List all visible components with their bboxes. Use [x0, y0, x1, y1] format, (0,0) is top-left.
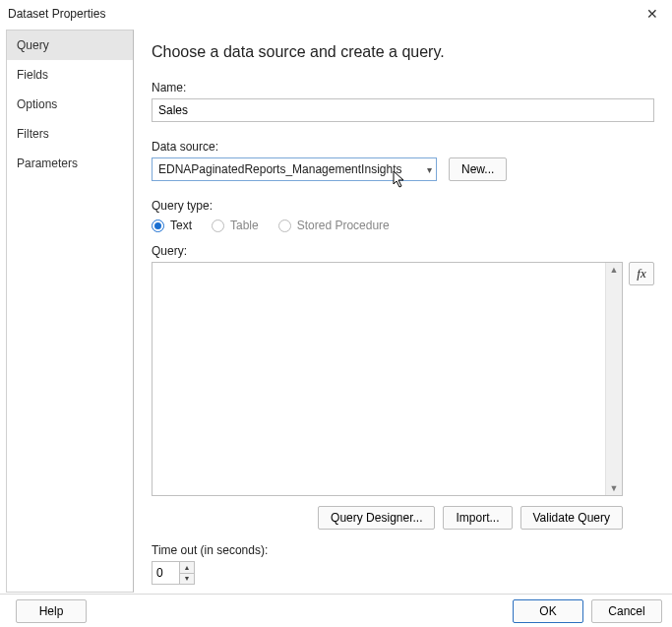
sidebar-item-parameters[interactable]: Parameters: [7, 149, 133, 178]
scroll-up-icon: ▲: [610, 263, 619, 277]
sidebar-item-query[interactable]: Query: [7, 31, 133, 60]
radio-icon: [278, 219, 291, 232]
help-button[interactable]: Help: [16, 599, 87, 623]
radio-label: Stored Procedure: [297, 219, 390, 232]
sidebar-item-label: Query: [17, 38, 49, 52]
datasource-label: Data source:: [152, 140, 654, 154]
querytype-radio-group: Text Table Stored Procedure: [152, 219, 654, 232]
timeout-stepper[interactable]: ▲ ▼: [152, 561, 195, 585]
sidebar-item-label: Options: [17, 97, 57, 111]
dialog-footer: Help OK Cancel: [0, 594, 672, 627]
query-textarea[interactable]: ▲ ▼: [152, 262, 623, 496]
window-title: Dataset Properties: [8, 7, 105, 21]
sidebar-item-label: Filters: [17, 127, 49, 141]
scrollbar[interactable]: ▲ ▼: [605, 263, 622, 495]
spinner-down-icon[interactable]: ▼: [180, 574, 194, 585]
page-heading: Choose a data source and create a query.: [152, 43, 654, 61]
radio-stored-procedure[interactable]: Stored Procedure: [278, 219, 390, 232]
expression-button[interactable]: fx: [629, 262, 654, 285]
scroll-down-icon: ▼: [610, 481, 619, 495]
new-datasource-button[interactable]: New...: [449, 157, 507, 181]
sidebar-item-fields[interactable]: Fields: [7, 60, 133, 90]
query-label: Query:: [152, 244, 654, 258]
chevron-down-icon: ▾: [427, 164, 432, 175]
radio-icon: [152, 219, 164, 232]
sidebar: Query Fields Options Filters Parameters: [6, 30, 134, 593]
titlebar: Dataset Properties ✕: [0, 0, 672, 28]
radio-label: Text: [170, 219, 192, 232]
ok-button[interactable]: OK: [513, 599, 583, 623]
datasource-value: EDNAPaginatedReports_ManagementInsights: [158, 162, 401, 176]
radio-label: Table: [230, 219, 259, 232]
name-label: Name:: [152, 81, 654, 94]
spinner-up-icon[interactable]: ▲: [180, 562, 194, 574]
validate-query-button[interactable]: Validate Query: [520, 506, 624, 530]
datasource-dropdown[interactable]: EDNAPaginatedReports_ManagementInsights …: [152, 157, 437, 181]
fx-icon: fx: [637, 266, 645, 282]
sidebar-item-options[interactable]: Options: [7, 90, 133, 119]
dialog-body: Query Fields Options Filters Parameters …: [0, 28, 672, 595]
spinner-buttons[interactable]: ▲ ▼: [179, 561, 195, 585]
timeout-input[interactable]: [152, 561, 179, 585]
import-button[interactable]: Import...: [443, 506, 512, 530]
sidebar-item-label: Parameters: [17, 157, 78, 170]
sidebar-item-label: Fields: [17, 68, 48, 82]
name-input[interactable]: [152, 98, 654, 122]
sidebar-item-filters[interactable]: Filters: [7, 119, 133, 149]
close-button[interactable]: ✕: [641, 4, 664, 24]
radio-table[interactable]: Table: [212, 219, 259, 232]
radio-icon: [212, 219, 224, 232]
querytype-label: Query type:: [152, 199, 654, 213]
cancel-button[interactable]: Cancel: [591, 599, 662, 623]
main-panel: Choose a data source and create a query.…: [134, 28, 672, 595]
radio-text[interactable]: Text: [152, 219, 192, 232]
timeout-label: Time out (in seconds):: [152, 543, 654, 557]
query-designer-button[interactable]: Query Designer...: [318, 506, 435, 530]
close-icon: ✕: [646, 6, 658, 22]
